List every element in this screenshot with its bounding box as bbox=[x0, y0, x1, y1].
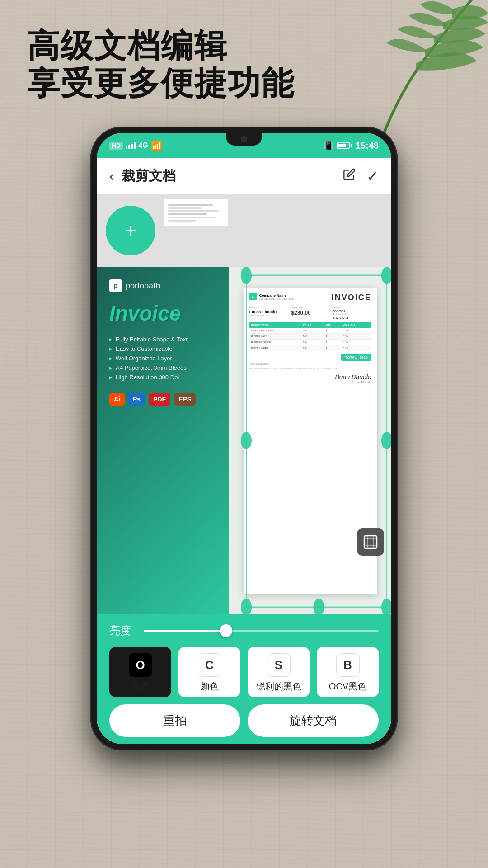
row3-amount: 100 bbox=[342, 340, 371, 345]
invoice-features: Fully Editable Shape & Text Easy to Cust… bbox=[109, 335, 231, 382]
mode-ocv-black[interactable]: B OCV黑色 bbox=[317, 647, 379, 697]
invoice-signature: Beau Bauelo Lucas Lincoln bbox=[249, 373, 371, 384]
mode-sharp-black[interactable]: S 锐利的黑色 bbox=[248, 647, 310, 697]
mode-s-icon: S bbox=[267, 653, 291, 677]
document-area: + p bbox=[97, 194, 391, 614]
front-camera bbox=[241, 136, 247, 142]
terms-text: Payment due within 30 days of invoice da… bbox=[249, 367, 371, 370]
feature-4: A4 Papersize, 3mm Bleeds bbox=[109, 363, 231, 373]
row4-amount: 100 bbox=[342, 345, 371, 351]
vibrate-icon: 📳 bbox=[324, 141, 333, 151]
col-amount: AMOUNT bbox=[342, 322, 371, 328]
retake-button[interactable]: 重拍 bbox=[109, 704, 240, 737]
headline-line2: 享受更多便捷功能 bbox=[27, 65, 295, 102]
phone-shell: HD 4G 📶 📳 bbox=[90, 127, 398, 750]
thumbnail-area: + bbox=[97, 194, 391, 267]
feature-3: Well Organized Layer bbox=[109, 354, 231, 363]
total-amount: $310 bbox=[360, 355, 368, 359]
mode-original[interactable]: O 原件 bbox=[109, 647, 171, 697]
edit-button[interactable] bbox=[343, 168, 356, 184]
col-qty: QTY bbox=[324, 322, 342, 328]
row1-price: 100 bbox=[301, 328, 324, 334]
brightness-slider[interactable] bbox=[144, 630, 379, 632]
status-right: 📳 15:48 bbox=[324, 141, 379, 151]
phone-screen: HD 4G 📶 📳 bbox=[97, 133, 391, 744]
table-row: BOLT SINKER 100 1 100 bbox=[249, 345, 371, 351]
feature-1: Fully Editable Shape & Text bbox=[109, 335, 231, 344]
bottom-control-bar: 亮度 O 原件 C 颜色 bbox=[97, 614, 391, 744]
signature-name: Beau Bauelo bbox=[249, 373, 371, 381]
invoice-table: DESCRIPTION PRICE QTY AMOUNT BRASS PRODU… bbox=[249, 322, 371, 351]
thumbnail-circle: + bbox=[106, 206, 155, 255]
crop-svg-icon bbox=[363, 534, 378, 550]
row2-price: 100 bbox=[301, 334, 324, 340]
hd-badge: HD bbox=[109, 142, 123, 150]
logo-text: portopath. bbox=[126, 281, 162, 291]
invoice-doc-header: 1 Company Name 123 Main Street, City, St… bbox=[249, 293, 371, 302]
row1-desc: BRASS PRODUCT bbox=[249, 328, 301, 334]
date-label: Date: bbox=[333, 306, 371, 309]
invoice-client-row: Bill To: Lucas Lincoln 456 Client Ave, C… bbox=[249, 306, 371, 320]
nav-title: 裁剪文档 bbox=[122, 167, 343, 185]
battery-icon bbox=[337, 142, 352, 149]
header-section: 高级文档编辑 享受更多便捷功能 bbox=[27, 27, 295, 102]
account-label: Account No: bbox=[333, 313, 371, 316]
row1-amount: 100 bbox=[342, 328, 371, 334]
table-row: RUBBER STRIP 100 1 100 bbox=[249, 340, 371, 345]
company-number: 1 bbox=[249, 293, 257, 300]
table-row: IRON RINGS 100 1 100 bbox=[249, 334, 371, 340]
company-name: Company Name bbox=[259, 293, 294, 297]
brightness-knob[interactable] bbox=[220, 624, 232, 637]
check-button[interactable]: ✓ bbox=[366, 168, 379, 185]
account-no: 4321-1234 bbox=[333, 316, 371, 320]
total-due-amount: $230.00 bbox=[291, 310, 329, 316]
badge-ai: Ai bbox=[109, 393, 125, 406]
feature-2: Easy to Customizable bbox=[109, 344, 231, 354]
terms-label: Terms & Conditions bbox=[249, 363, 371, 365]
total-label: TOTAL bbox=[345, 355, 357, 359]
total-box: TOTAL $310 bbox=[341, 354, 371, 361]
invoice-preview: p portopath. Invoice Fully Editable Shap… bbox=[97, 267, 391, 614]
phone-notch bbox=[226, 133, 262, 146]
invoice-title: Invoice bbox=[109, 301, 231, 326]
thumbnail-document bbox=[164, 199, 228, 226]
mode-b-label: OCV黑色 bbox=[329, 680, 366, 693]
row4-desc: BOLT SINKER bbox=[249, 345, 301, 351]
row2-amount: 100 bbox=[342, 334, 371, 340]
bill-to-block: Bill To: Lucas Lincoln 456 Client Ave, C… bbox=[249, 306, 288, 320]
total-due-block: Total Due: $230.00 bbox=[291, 306, 329, 320]
invoice-date: 09/12/17 bbox=[333, 310, 371, 313]
mode-b-icon: B bbox=[336, 653, 360, 677]
back-button[interactable]: ‹ bbox=[109, 168, 114, 184]
badge-eps: EPS bbox=[174, 393, 196, 406]
status-left: HD 4G 📶 bbox=[109, 140, 162, 151]
phone-mockup: HD 4G 📶 📳 bbox=[90, 127, 398, 750]
invoice-right-panel: 1 Company Name 123 Main Street, City, St… bbox=[229, 267, 391, 614]
time-display: 15:48 bbox=[356, 141, 379, 151]
logo-icon: p bbox=[109, 279, 122, 292]
mode-color[interactable]: C 颜色 bbox=[178, 647, 240, 697]
row1-qty: 1 bbox=[324, 328, 342, 334]
invoice-left-panel: p portopath. Invoice Fully Editable Shap… bbox=[97, 267, 244, 614]
row2-qty: 1 bbox=[324, 334, 342, 340]
mode-s-label: 锐利的黑色 bbox=[256, 680, 301, 693]
rotate-button[interactable]: 旋转文档 bbox=[248, 704, 379, 737]
brightness-row: 亮度 bbox=[109, 623, 379, 638]
row2-desc: IRON RINGS bbox=[249, 334, 301, 340]
mode-o-icon: O bbox=[129, 653, 152, 677]
network-type: 4G bbox=[138, 142, 148, 150]
company-address: 123 Main Street, City, State 12345 bbox=[259, 297, 294, 300]
invoice-logo: p portopath. bbox=[109, 279, 231, 292]
mode-c-icon: C bbox=[198, 653, 221, 677]
total-due-label: Total Due: bbox=[291, 306, 329, 309]
brightness-label: 亮度 bbox=[109, 623, 136, 638]
headline-line1: 高级文档编辑 bbox=[27, 27, 295, 65]
svg-rect-4 bbox=[364, 536, 377, 548]
signature-client: Lucas Lincoln bbox=[249, 381, 371, 384]
row3-qty: 1 bbox=[324, 340, 342, 345]
col-description: DESCRIPTION bbox=[249, 322, 301, 328]
crop-icon-button[interactable] bbox=[357, 528, 384, 556]
badge-pdf: PDF bbox=[149, 393, 170, 406]
invoice-badges: Ai Ps PDF EPS bbox=[109, 393, 231, 406]
mode-o-label: 原件 bbox=[131, 680, 150, 693]
